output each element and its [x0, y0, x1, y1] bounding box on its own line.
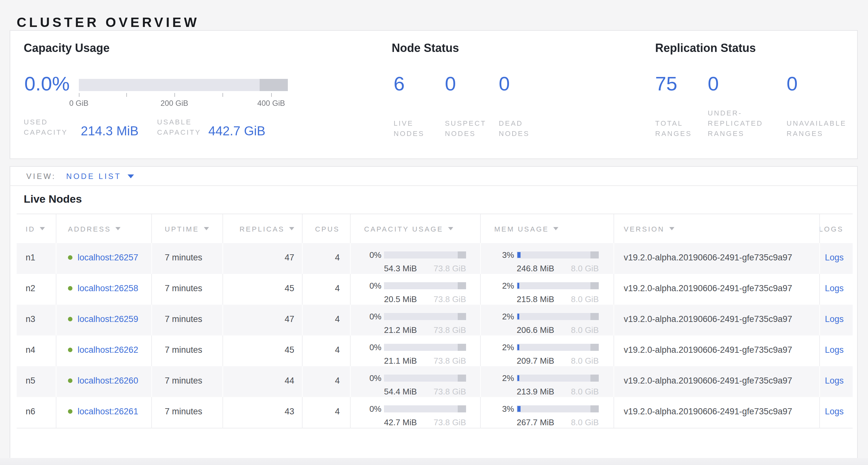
under-replicated-ranges-stat: 0UNDER-REPLICATEDRANGES: [708, 73, 719, 139]
column-header-label: VERSION: [624, 225, 664, 233]
column-header-label: CPUS: [315, 225, 340, 233]
mem-usage-reserved-segment: [590, 282, 599, 289]
axis-tick-label: 400 GiB: [257, 99, 285, 108]
axis-tick-label: 200 GiB: [161, 99, 188, 108]
version-cell: v19.2.0-alpha.20190606-2491-gfe735c9a97: [614, 304, 819, 336]
mem-usage-fill: [517, 375, 519, 381]
column-header-label: CAPACITY USAGE: [364, 225, 443, 233]
node-status-dot-icon: [68, 348, 72, 352]
replicas-cell: 44: [222, 366, 302, 397]
usable-capacity-label: USABLECAPACITY: [157, 117, 201, 137]
address-cell: localhost:26259: [56, 304, 151, 336]
total-ranges-value: 75: [655, 73, 677, 95]
column-header-address[interactable]: ADDRESS: [56, 214, 151, 243]
uptime-cell: 7 minutes: [151, 336, 222, 366]
capacity-total-value: 73.8 GiB: [434, 264, 466, 273]
capacity-used-value: 42.7 MiB: [384, 417, 417, 427]
under-replicated-ranges-label: UNDER-REPLICATEDRANGES: [708, 108, 763, 139]
table-header-row: IDADDRESSUPTIMEREPLICASCPUSCAPACITY USAG…: [17, 214, 852, 243]
table-row: n4localhost:262627 minutes4540%21.1 MiB7…: [17, 336, 852, 366]
address-link[interactable]: localhost:26258: [78, 284, 138, 293]
mem-usage-widget: 2%213.9 MiB8.0 GiB: [485, 366, 614, 396]
capacity-used-value: 21.1 MiB: [384, 356, 417, 366]
table-row: n3localhost:262597 minutes4740%21.2 MiB7…: [17, 304, 852, 336]
column-header-capacity-usage[interactable]: CAPACITY USAGE: [350, 214, 480, 243]
mem-usage-percent: 2%: [485, 343, 514, 352]
logs-cell: Logs: [819, 366, 852, 397]
dead-nodes-stat: 0DEADNODES: [499, 73, 510, 139]
capacity-usage-reserved-segment: [458, 375, 466, 382]
capacity-bar-reserved-segment: [260, 79, 288, 91]
capacity-usage-reserved-segment: [458, 313, 466, 320]
mem-usage-widget: 2%209.7 MiB8.0 GiB: [485, 336, 614, 366]
mem-usage-bar: [517, 252, 599, 259]
capacity-usage-percent: 0%: [354, 404, 381, 414]
logs-link[interactable]: Logs: [825, 314, 844, 324]
mem-total-value: 8.0 GiB: [571, 387, 599, 396]
live-nodes-value: 6: [394, 73, 405, 95]
mem-usage-widget: 3%267.7 MiB8.0 GiB: [485, 397, 614, 427]
mem-usage-percent: 2%: [485, 281, 514, 291]
cpus-cell: 4: [302, 336, 350, 366]
table-row: n1localhost:262577 minutes4740%54.3 MiB7…: [17, 243, 852, 274]
nodes-panel: VIEW: NODE LIST Live Nodes IDADDRESSUPTI…: [10, 166, 858, 459]
version-cell: v19.2.0-alpha.20190606-2491-gfe735c9a97: [614, 274, 819, 304]
capacity-usage-bar: [384, 252, 466, 259]
column-header-label: LOGS: [819, 225, 844, 233]
mem-usage-cell: 3%246.8 MiB8.0 GiB: [480, 243, 614, 274]
table-body: n1localhost:262577 minutes4740%54.3 MiB7…: [17, 243, 852, 428]
address-link[interactable]: localhost:26262: [78, 345, 138, 355]
capacity-used-value: 54.4 MiB: [384, 387, 417, 396]
logs-link[interactable]: Logs: [825, 407, 844, 416]
logs-cell: Logs: [819, 243, 852, 274]
node-status-dot-icon: [68, 378, 72, 383]
uptime-cell: 7 minutes: [151, 243, 222, 274]
live-nodes-stat: 6LIVENODES: [394, 73, 405, 139]
dead-nodes-value: 0: [499, 73, 510, 95]
column-header-version[interactable]: VERSION: [614, 214, 819, 243]
capacity-usage-percent: 0%: [354, 250, 381, 260]
capacity-usage-bar: [384, 282, 466, 289]
capacity-usage-percent: 0%: [354, 312, 381, 321]
capacity-usage-widget: 0%54.4 MiB73.8 GiB: [354, 366, 480, 396]
capacity-total-value: 73.8 GiB: [434, 325, 466, 335]
view-mode-dropdown[interactable]: NODE LIST: [66, 172, 134, 180]
capacity-total-value: 73.8 GiB: [434, 356, 466, 366]
column-header-replicas[interactable]: REPLICAS: [222, 214, 302, 243]
address-link[interactable]: localhost:26261: [78, 407, 138, 416]
capacity-usage-bar: [384, 344, 466, 351]
view-bar: VIEW: NODE LIST: [10, 167, 857, 186]
column-header-mem-usage[interactable]: MEM USAGE: [480, 214, 614, 243]
address-link[interactable]: localhost:26260: [78, 376, 138, 385]
column-header-uptime[interactable]: UPTIME: [151, 214, 222, 243]
mem-usage-fill: [517, 252, 521, 258]
mem-usage-reserved-segment: [590, 375, 599, 382]
mem-usage-cell: 2%215.8 MiB8.0 GiB: [480, 274, 614, 304]
column-header-logs: LOGS: [819, 214, 852, 243]
capacity-usage-reserved-segment: [458, 282, 466, 289]
capacity-usage-cell: 0%54.4 MiB73.8 GiB: [350, 366, 480, 397]
logs-link[interactable]: Logs: [825, 253, 844, 262]
capacity-usage-reserved-segment: [458, 252, 466, 259]
capacity-usage-widget: 0%21.2 MiB73.8 GiB: [354, 304, 480, 335]
mem-usage-cell: 2%209.7 MiB8.0 GiB: [480, 336, 614, 366]
cpus-cell: 4: [302, 243, 350, 274]
node-status-dot-icon: [68, 317, 72, 321]
sort-arrow-icon: [204, 227, 209, 230]
node-id-cell: n1: [17, 243, 56, 274]
column-header-label: ADDRESS: [68, 225, 111, 233]
logs-link[interactable]: Logs: [825, 345, 844, 355]
mem-usage-reserved-segment: [590, 344, 599, 351]
address-link[interactable]: localhost:26259: [78, 314, 138, 324]
address-link[interactable]: localhost:26257: [78, 253, 138, 262]
column-header-id[interactable]: ID: [17, 214, 56, 243]
column-header-label: REPLICAS: [240, 225, 285, 233]
logs-link[interactable]: Logs: [825, 376, 844, 385]
mem-usage-bar: [517, 405, 599, 412]
sort-arrow-icon: [115, 227, 121, 230]
logs-link[interactable]: Logs: [825, 284, 844, 293]
capacity-total-value: 73.8 GiB: [434, 294, 466, 304]
replicas-cell: 45: [222, 274, 302, 304]
mem-total-value: 8.0 GiB: [571, 417, 599, 427]
address-cell: localhost:26260: [56, 366, 151, 397]
